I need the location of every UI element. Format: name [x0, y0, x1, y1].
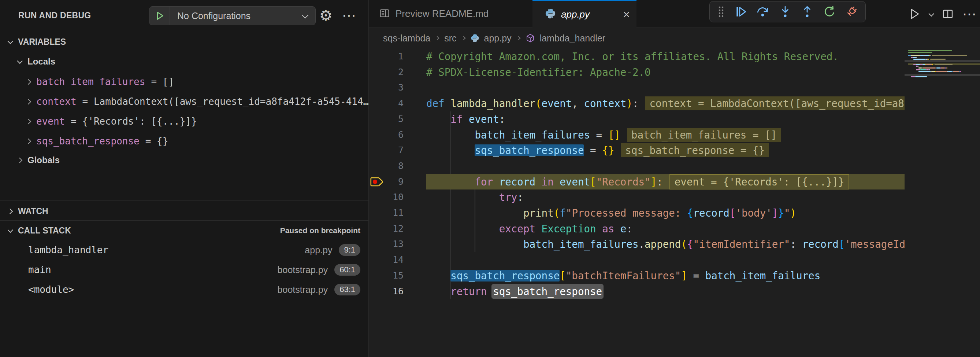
- code-token: # SPDX-License-Identifier: Apache-2.0: [426, 66, 651, 78]
- toolbar-drag-handle[interactable]: [716, 3, 727, 21]
- variable-name: event: [36, 116, 65, 127]
- code-line-1[interactable]: 1# Copyright Amazon.com, Inc. or its aff…: [369, 49, 980, 64]
- debug-configurations-dropdown[interactable]: No Configurations: [149, 6, 316, 25]
- breadcrumb-item-symbol[interactable]: lambda_handler: [540, 33, 605, 44]
- line-number: 12: [382, 221, 404, 237]
- minimap-segment: [925, 55, 929, 56]
- minimap[interactable]: [908, 49, 980, 81]
- tab-app-py[interactable]: app.py ×: [533, 0, 636, 27]
- stack-frame-row[interactable]: mainbootstrap.py60:1: [0, 260, 368, 279]
- step-out-icon[interactable]: [799, 3, 815, 21]
- disconnect-icon[interactable]: [843, 3, 859, 21]
- minimap-segment: [923, 67, 936, 69]
- breadcrumb-item-file[interactable]: app.py: [484, 33, 512, 44]
- stack-frame-row[interactable]: lambda_handlerapp.py9:1: [0, 241, 368, 260]
- variable-row-sqs_batch_response[interactable]: sqs_batch_response= {}: [0, 131, 368, 151]
- variable-value: = LambdaContext([aws_request_id=a8fa412f…: [83, 96, 368, 107]
- tab-preview-readme[interactable]: Preview README.md: [369, 0, 532, 27]
- minimap-segment: [908, 55, 911, 56]
- code-token: {: [687, 207, 693, 219]
- code-line-12[interactable]: 12 except Exception as e:: [369, 221, 980, 237]
- call-stack-header-label: CALL STACK: [18, 226, 71, 236]
- gear-icon[interactable]: ⚙: [319, 0, 332, 31]
- inline-debug-value: batch_item_failures = []: [627, 128, 781, 142]
- code-token: []: [608, 129, 620, 141]
- variables-section-header[interactable]: VARIABLES: [0, 32, 368, 51]
- play-icon: [154, 11, 165, 21]
- chevron-right-icon: [25, 99, 32, 104]
- call-stack-section-header[interactable]: CALL STACK Paused on breakpoint: [0, 221, 368, 240]
- code-line-15[interactable]: 15 sqs_batch_response["batchItemFailures…: [369, 268, 980, 284]
- variable-row-event[interactable]: event= {'Records': [{...}]}: [0, 112, 368, 131]
- code-token: =: [687, 270, 705, 282]
- more-actions-icon[interactable]: ⋯: [963, 6, 976, 22]
- minimap-segment: [908, 50, 952, 51]
- minimap-segment: [931, 71, 935, 72]
- variable-row-batch_item_failures[interactable]: batch_item_failures= []: [0, 72, 368, 92]
- minimap-segment: [916, 64, 920, 65]
- start-debugging-button[interactable]: [150, 6, 170, 25]
- line-number: 7: [382, 143, 404, 158]
- variable-row-context[interactable]: context= LambdaContext([aws_request_id=a…: [0, 92, 368, 112]
- step-into-icon[interactable]: [777, 3, 793, 21]
- minimap-segment: [936, 67, 940, 69]
- restart-icon[interactable]: [821, 3, 838, 21]
- code-line-14[interactable]: 14: [369, 252, 980, 268]
- configurations-label: No Configurations: [177, 11, 250, 21]
- code-line-11[interactable]: 11 print(f"Processed message: {record['b…: [369, 205, 980, 221]
- scope-globals[interactable]: Globals: [0, 151, 368, 170]
- code-line-8[interactable]: 8: [369, 158, 980, 174]
- breadcrumb-separator-icon: [516, 36, 520, 40]
- breadcrumb-item-folder[interactable]: sqs-lambda: [383, 33, 430, 44]
- run-python-file-icon[interactable]: [908, 8, 920, 20]
- code-token: (: [681, 238, 687, 250]
- scope-locals[interactable]: Locals: [0, 52, 368, 71]
- run-dropdown-chevron-icon[interactable]: [928, 11, 934, 17]
- breadcrumb-separator-icon: [436, 36, 439, 40]
- line-number: 3: [382, 80, 404, 96]
- close-icon[interactable]: ×: [623, 8, 630, 20]
- code-line-2[interactable]: 2# SPDX-License-Identifier: Apache-2.0: [369, 64, 980, 80]
- code-line-10[interactable]: 10 try:: [369, 190, 980, 205]
- line-content: except Exception as e:: [426, 221, 905, 237]
- markdown-preview-icon: [379, 8, 390, 20]
- editor-tab-bar: Preview README.md app.py ×: [369, 0, 980, 27]
- code-token: ]: [681, 270, 687, 282]
- code-token: # Copyright Amazon.com, Inc. or its affi…: [426, 51, 838, 62]
- code-line-16[interactable]: 16 return sqs_batch_response: [369, 284, 980, 300]
- code-line-6[interactable]: 6 batch_item_failures = []batch_item_fai…: [369, 127, 980, 143]
- code-token: {: [687, 238, 693, 250]
- code-token: =: [584, 144, 602, 156]
- code-line-13[interactable]: 13 batch_item_failures.append({"itemIden…: [369, 236, 980, 252]
- line-number: 8: [382, 158, 404, 174]
- scope-label: Locals: [27, 56, 55, 67]
- code-token: for: [475, 176, 499, 188]
- code-token: event: [560, 176, 590, 188]
- vscode-debug-window: { "colors": { "accent": "#0078d4", "side…: [0, 0, 980, 357]
- minimap-hint-segment: [932, 55, 967, 56]
- line-content: return sqs_batch_response: [426, 284, 905, 300]
- line-content: for record in event["Records"]:event = {…: [426, 174, 905, 190]
- code-token: ): [790, 207, 796, 219]
- continue-icon[interactable]: [733, 3, 749, 21]
- split-editor-icon[interactable]: [942, 8, 954, 20]
- code-token: :: [499, 113, 505, 125]
- code-line-9[interactable]: 9 for record in event["Records"]:event =…: [369, 174, 980, 190]
- line-number: 6: [382, 127, 404, 143]
- minimap-hint-segment: [930, 59, 946, 60]
- minimap-segment: [908, 52, 932, 53]
- code-token: "itemIdentifier": [693, 238, 790, 250]
- code-line-4[interactable]: 4def lambda_handler(event, context):cont…: [369, 96, 980, 112]
- code-line-3[interactable]: 3: [369, 80, 980, 96]
- code-editor[interactable]: 1# Copyright Amazon.com, Inc. or its aff…: [369, 49, 980, 357]
- minimap-segment: [911, 76, 915, 77]
- step-over-icon[interactable]: [755, 3, 771, 21]
- watch-section-header[interactable]: WATCH: [0, 202, 368, 221]
- code-line-5[interactable]: 5 if event:: [369, 112, 980, 127]
- more-actions-icon[interactable]: ⋯: [342, 0, 356, 31]
- stack-frame-row[interactable]: <module>bootstrap.py63:1: [0, 280, 368, 299]
- code-token: .: [638, 238, 644, 250]
- breadcrumb-item-folder[interactable]: src: [444, 33, 456, 44]
- code-line-7[interactable]: 7 sqs_batch_response = {}sqs_batch_respo…: [369, 143, 980, 158]
- line-number: 9: [382, 174, 404, 190]
